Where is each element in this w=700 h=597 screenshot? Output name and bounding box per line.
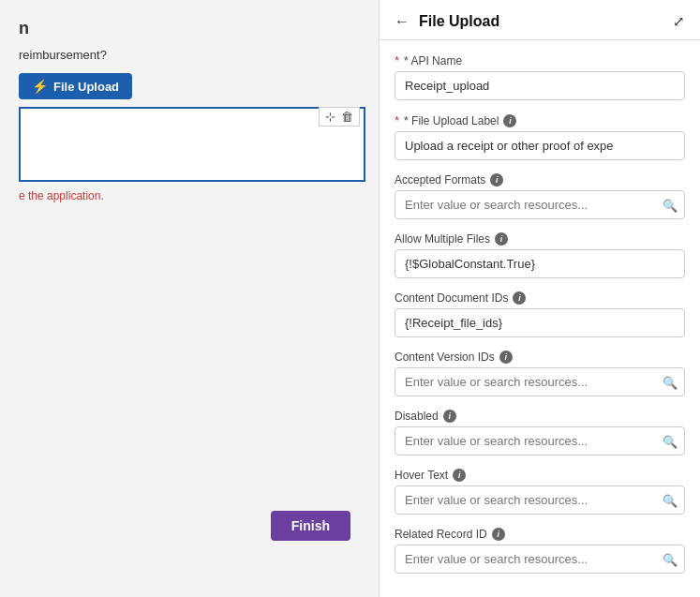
input-disabled[interactable] [395, 426, 685, 455]
info-icon-1[interactable]: i [503, 114, 516, 127]
warning-text: e the application. [19, 182, 379, 202]
label-api-name: * * API Name [395, 53, 685, 67]
label-disabled: Disabled i [395, 410, 685, 423]
input-hover-text[interactable] [395, 485, 685, 515]
label-content-doc-ids: Content Document IDs i [395, 291, 685, 305]
label-content-version-ids: Content Version IDs i [395, 351, 685, 364]
label-related-record-id: Related Record ID i [395, 528, 685, 541]
left-panel: n reimbursement? ⚡ File Upload ⊹ 🗑 e the… [0, 0, 380, 597]
input-related-record-id[interactable] [395, 545, 685, 574]
label-hover-text: Hover Text i [395, 469, 685, 482]
field-group-content-doc-ids: Content Document IDs i [395, 291, 685, 337]
info-icon-7[interactable]: i [453, 469, 466, 482]
info-icon-8[interactable]: i [492, 528, 505, 541]
label-accepted-formats: Accepted Formats i [395, 173, 685, 187]
info-icon-2[interactable]: i [490, 173, 503, 187]
search-wrapper-accepted-formats: 🔍 [395, 190, 685, 219]
search-wrapper-related-record-id: 🔍 [395, 545, 685, 574]
panel-header-left: ← File Upload [395, 13, 499, 30]
input-file-upload-label[interactable] [395, 131, 685, 160]
question-text: reimbursement? [19, 48, 379, 69]
field-group-related-record-id: Related Record ID i 🔍 [395, 528, 685, 574]
info-icon-3[interactable]: i [495, 232, 508, 246]
input-content-doc-ids[interactable] [395, 308, 685, 337]
right-panel: ← File Upload ⤢ * * API Name * * File Up… [380, 0, 700, 597]
input-api-name[interactable] [395, 71, 685, 100]
delete-icon[interactable]: 🗑 [339, 110, 355, 124]
label-file-upload-label: * * File Upload Label i [395, 113, 685, 127]
field-group-disabled: Disabled i 🔍 [395, 410, 685, 455]
info-icon-4[interactable]: i [513, 291, 526, 305]
field-group-file-upload-label: * * File Upload Label i [395, 113, 685, 160]
back-icon[interactable]: ← [395, 13, 410, 30]
panel-header: ← File Upload ⤢ [380, 0, 700, 40]
panel-body: * * API Name * * File Upload Label i Acc… [380, 40, 700, 597]
info-icon-6[interactable]: i [443, 410, 456, 423]
expand-icon[interactable]: ⤢ [673, 13, 685, 30]
panel-title: File Upload [419, 13, 499, 30]
page-title: n [0, 19, 379, 48]
field-group-allow-multiple: Allow Multiple Files i [395, 232, 685, 278]
lightning-icon: ⚡ [32, 79, 48, 94]
required-star-2: * [395, 113, 399, 127]
field-group-api-name: * * API Name [395, 53, 685, 100]
input-content-version-ids[interactable] [395, 367, 685, 396]
search-wrapper-content-version-ids: 🔍 [395, 367, 685, 396]
label-allow-multiple: Allow Multiple Files i [395, 232, 685, 246]
required-star: * [395, 53, 399, 67]
input-accepted-formats[interactable] [395, 190, 685, 219]
upload-box-wrapper: ⊹ 🗑 [19, 107, 360, 182]
search-wrapper-disabled: 🔍 [395, 426, 685, 455]
upload-box [19, 107, 365, 182]
file-upload-button[interactable]: ⚡ File Upload [19, 73, 132, 99]
field-group-hover-text: Hover Text i 🔍 [395, 469, 685, 515]
upload-box-controls: ⊹ 🗑 [319, 107, 360, 127]
field-group-content-version-ids: Content Version IDs i 🔍 [395, 351, 685, 396]
info-icon-5[interactable]: i [499, 351, 513, 364]
move-icon[interactable]: ⊹ [323, 110, 337, 124]
input-allow-multiple[interactable] [395, 249, 685, 278]
search-wrapper-hover-text: 🔍 [395, 485, 685, 515]
field-group-accepted-formats: Accepted Formats i 🔍 [395, 173, 685, 219]
finish-button[interactable]: Finish [271, 511, 350, 541]
